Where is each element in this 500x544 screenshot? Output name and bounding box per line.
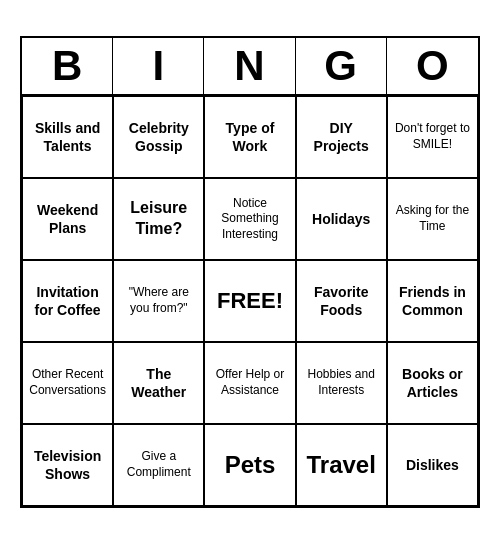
bingo-cell: FREE! bbox=[204, 260, 295, 342]
bingo-cell: Friends in Common bbox=[387, 260, 478, 342]
bingo-cell: DIY Projects bbox=[296, 96, 387, 178]
bingo-cell: Give a Compliment bbox=[113, 424, 204, 506]
bingo-cell: Skills and Talents bbox=[22, 96, 113, 178]
bingo-cell: Asking for the Time bbox=[387, 178, 478, 260]
bingo-cell: Type of Work bbox=[204, 96, 295, 178]
bingo-cell: Offer Help or Assistance bbox=[204, 342, 295, 424]
bingo-cell: Hobbies and Interests bbox=[296, 342, 387, 424]
bingo-header: BINGO bbox=[22, 38, 478, 96]
bingo-cell: Don't forget to SMILE! bbox=[387, 96, 478, 178]
bingo-cell: Holidays bbox=[296, 178, 387, 260]
bingo-cell: Dislikes bbox=[387, 424, 478, 506]
bingo-cell: Pets bbox=[204, 424, 295, 506]
bingo-cell: Notice Something Interesting bbox=[204, 178, 295, 260]
bingo-cell: Celebrity Gossip bbox=[113, 96, 204, 178]
bingo-cell: Travel bbox=[296, 424, 387, 506]
bingo-grid: Skills and TalentsCelebrity GossipType o… bbox=[22, 96, 478, 506]
bingo-cell: Television Shows bbox=[22, 424, 113, 506]
bingo-cell: Favorite Foods bbox=[296, 260, 387, 342]
bingo-cell: Weekend Plans bbox=[22, 178, 113, 260]
bingo-cell: The Weather bbox=[113, 342, 204, 424]
header-letter: N bbox=[204, 38, 295, 94]
bingo-cell: Invitation for Coffee bbox=[22, 260, 113, 342]
bingo-card: BINGO Skills and TalentsCelebrity Gossip… bbox=[20, 36, 480, 508]
bingo-cell: Leisure Time? bbox=[113, 178, 204, 260]
header-letter: O bbox=[387, 38, 478, 94]
header-letter: B bbox=[22, 38, 113, 94]
bingo-cell: Books or Articles bbox=[387, 342, 478, 424]
header-letter: I bbox=[113, 38, 204, 94]
bingo-cell: "Where are you from?" bbox=[113, 260, 204, 342]
bingo-cell: Other Recent Conversations bbox=[22, 342, 113, 424]
header-letter: G bbox=[296, 38, 387, 94]
